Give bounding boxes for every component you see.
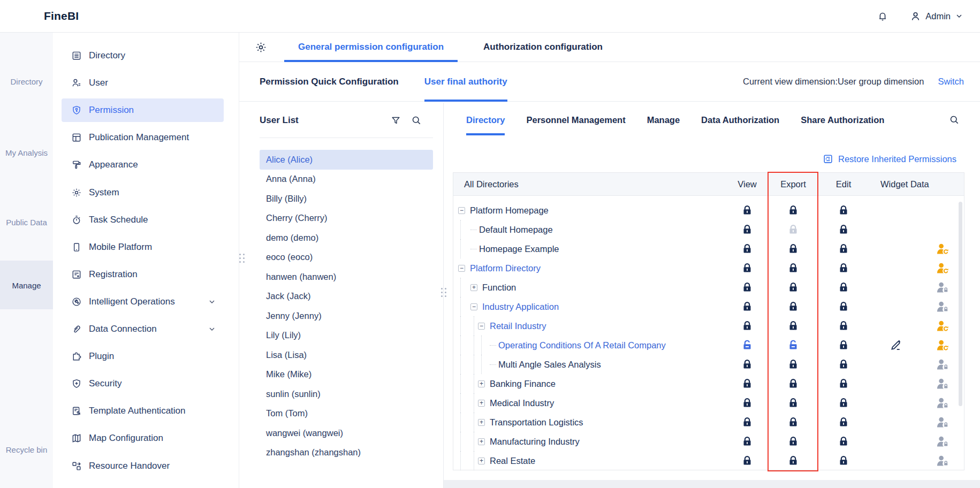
tab-user-final-authority[interactable]: User final authority	[424, 62, 507, 101]
lock-export-locked[interactable]	[771, 263, 815, 273]
user-list-item-wangwei-wangwei[interactable]: wangwei (wangwei)	[260, 423, 433, 443]
lock-edit-locked[interactable]	[815, 263, 872, 273]
tree-node-label[interactable]: Industry Application	[482, 302, 559, 312]
user-list-item-jack-jack[interactable]: Jack (Jack)	[260, 287, 433, 307]
sidebar-item-template-authentication[interactable]: Template Authentication	[62, 399, 224, 423]
lock-view-locked[interactable]	[723, 301, 771, 312]
widget-data-person-orange-icon[interactable]	[936, 262, 949, 274]
lock-view-locked[interactable]	[723, 436, 771, 447]
lock-view-locked[interactable]	[723, 205, 771, 216]
tree-node-label[interactable]: Platform Directory	[470, 263, 541, 273]
user-list-item-demo-demo[interactable]: demo (demo)	[260, 228, 433, 248]
user-list-item-eoco-eoco[interactable]: eoco (eoco)	[260, 248, 433, 268]
user-list-item-sunlin-sunlin[interactable]: sunlin (sunlin)	[260, 384, 433, 404]
lock-edit-locked[interactable]	[815, 398, 872, 408]
sidebar-item-appearance[interactable]: Appearance	[62, 153, 224, 177]
widget-data-person-gray-icon[interactable]	[936, 416, 949, 429]
lock-edit-locked[interactable]	[815, 340, 872, 350]
widget-data-person-gray-icon[interactable]	[936, 436, 949, 448]
tree-node-label[interactable]: Real Estate	[490, 456, 535, 466]
widget-data-person-orange-icon[interactable]	[936, 339, 949, 352]
sidebar-item-directory[interactable]: Directory	[62, 44, 224, 67]
settings-gear-icon[interactable]	[255, 41, 267, 54]
lock-export-locked[interactable]	[771, 417, 815, 428]
admin-menu[interactable]: Admin	[910, 11, 963, 22]
edit-pencil-icon[interactable]	[889, 338, 903, 352]
tree-collapse-toggle[interactable]: −	[458, 207, 465, 214]
tree-node-label[interactable]: Retail Industry	[490, 321, 546, 331]
lock-edit-locked[interactable]	[815, 205, 872, 216]
rail-item-recycle-bin[interactable]: Recycle bin	[0, 425, 53, 454]
lock-edit-locked[interactable]	[815, 417, 872, 428]
widget-data-person-gray-icon[interactable]	[936, 359, 949, 371]
tab-permission-quick-configuration[interactable]: Permission Quick Configuration	[260, 62, 399, 101]
sidebar-resize-handle[interactable]	[239, 254, 245, 263]
lock-edit-locked[interactable]	[815, 436, 872, 447]
widget-data-person-gray-icon[interactable]	[936, 281, 949, 294]
search-icon[interactable]	[949, 115, 960, 125]
tree-node-label[interactable]: Function	[482, 283, 516, 293]
lock-edit-locked[interactable]	[815, 359, 872, 370]
sidebar-item-map-configuration[interactable]: Map Configuration	[62, 426, 224, 450]
lock-export-locked[interactable]	[771, 321, 815, 331]
lock-edit-locked[interactable]	[815, 224, 872, 235]
horizontal-scrollbar-track[interactable]	[444, 480, 980, 488]
lock-view-unlocked[interactable]	[723, 340, 771, 350]
user-list-item-zhangshan-zhangshan[interactable]: zhangshan (zhangshan)	[260, 443, 433, 463]
perm-tab-directory[interactable]: Directory	[466, 103, 505, 137]
lock-view-locked[interactable]	[723, 263, 771, 273]
lock-export-unlocked[interactable]	[771, 340, 815, 350]
rail-item-directory[interactable]: Directory	[0, 57, 53, 86]
lock-export-locked[interactable]	[771, 436, 815, 447]
widget-data-person-gray-icon[interactable]	[936, 301, 949, 313]
perm-tab-personnel-management[interactable]: Personnel Management	[526, 103, 625, 137]
lock-export-locked[interactable]	[771, 359, 815, 370]
sidebar-item-plugin[interactable]: Plugin	[62, 345, 224, 368]
lock-export-locked[interactable]	[771, 378, 815, 389]
lock-edit-locked[interactable]	[815, 282, 872, 293]
widget-data-person-orange-icon[interactable]	[936, 243, 949, 255]
lock-export-locked[interactable]	[771, 205, 815, 216]
tab-general-permission-configuration[interactable]: General permission configuration	[284, 33, 458, 62]
user-list-item-anna-anna[interactable]: Anna (Anna)	[260, 170, 433, 189]
lock-view-locked[interactable]	[723, 455, 771, 466]
tree-expand-toggle[interactable]: +	[478, 419, 485, 426]
lock-view-locked[interactable]	[723, 378, 771, 389]
lock-export-locked[interactable]	[771, 301, 815, 312]
user-list-item-cherry-cherry[interactable]: Cherry (Cherry)	[260, 209, 433, 228]
perm-tab-share-authorization[interactable]: Share Authorization	[801, 103, 884, 137]
rail-item-public-data[interactable]: Public Data	[0, 197, 53, 227]
sidebar-item-partial[interactable]	[62, 482, 224, 488]
tree-expand-toggle[interactable]: +	[470, 284, 477, 291]
restore-inherited-permissions-link[interactable]: Restore Inherited Permissions	[823, 154, 956, 164]
user-list-item-hanwen-hanwen[interactable]: hanwen (hanwen)	[260, 267, 433, 287]
lock-export-locked[interactable]	[771, 398, 815, 408]
tree-node-label[interactable]: Medical Industry	[490, 398, 554, 408]
bell-icon[interactable]	[877, 10, 888, 22]
vertical-scrollbar-thumb[interactable]	[959, 202, 962, 406]
tree-expand-toggle[interactable]: +	[478, 400, 485, 407]
user-list-item-tom-tom[interactable]: Tom (Tom)	[260, 404, 433, 424]
tab-authorization-configuration[interactable]: Authorization configuration	[469, 33, 617, 62]
tree-node-label[interactable]: Operating Conditions Of A Retail Company	[498, 340, 666, 350]
lock-export-locked-disabled[interactable]	[771, 224, 815, 235]
user-list-item-jenny-jenny[interactable]: Jenny (Jenny)	[260, 306, 433, 326]
lock-view-locked[interactable]	[723, 359, 771, 370]
filter-funnel-icon[interactable]	[391, 116, 401, 126]
lock-view-locked[interactable]	[723, 282, 771, 293]
lock-edit-locked[interactable]	[815, 243, 872, 254]
tree-collapse-toggle[interactable]: −	[478, 323, 485, 330]
sidebar-item-registration[interactable]: Registration	[62, 263, 224, 286]
widget-data-person-orange-icon[interactable]	[936, 320, 949, 332]
widget-data-person-gray-icon[interactable]	[936, 397, 949, 409]
sidebar-item-resource-handover[interactable]: Resource Handover	[62, 454, 224, 478]
user-list-item-billy-billy[interactable]: Billy (Billy)	[260, 189, 433, 209]
tree-node-label[interactable]: Default Homepage	[479, 225, 553, 235]
switch-link[interactable]: Switch	[938, 77, 964, 87]
tree-expand-toggle[interactable]: +	[478, 438, 485, 445]
user-list-item-alice-alice[interactable]: Alice (Alice)	[260, 150, 433, 170]
tree-node-label[interactable]: Manufacturing Industry	[490, 437, 580, 447]
lock-export-locked[interactable]	[771, 455, 815, 466]
tree-collapse-toggle[interactable]: −	[470, 303, 477, 310]
sidebar-item-intelligent-operations[interactable]: Intelligent Operations	[62, 290, 224, 314]
